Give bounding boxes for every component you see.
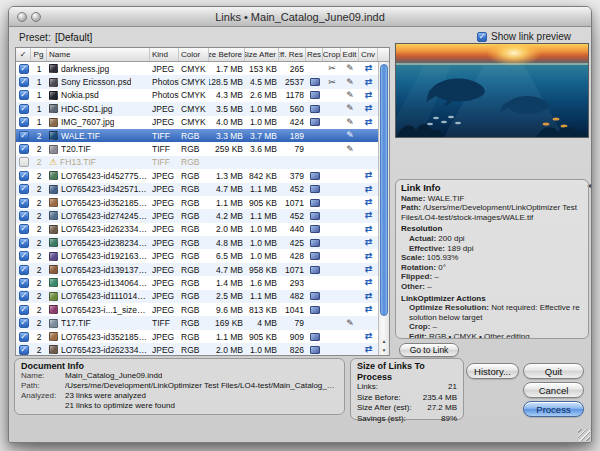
row-checkbox[interactable] [19, 238, 29, 248]
row-checkbox[interactable] [19, 291, 29, 301]
table-row[interactable]: 2LO765423-id262334.jpgJPEGRGB2.0 MB1.0 M… [16, 343, 378, 356]
row-name-cell: darkness.jpg [47, 62, 150, 75]
go-to-link-button[interactable]: Go to Link [399, 343, 459, 357]
row-size-after: 1.0 MB [245, 343, 279, 356]
row-checkbox[interactable] [19, 211, 29, 221]
row-res-action-cell [306, 116, 323, 129]
table-row[interactable]: 2LO765423-id3521851.jpgJPEGRGB1.1 MB905 … [16, 196, 378, 209]
row-crop-action-cell [323, 102, 341, 115]
table-row[interactable]: 2T17.TIFTIFFRGB169 KB4 MB79✎ [16, 316, 378, 329]
column-header-check[interactable]: ✓ [16, 48, 31, 61]
table-row[interactable]: 2LO765423-i...1_size4.jpgJPEGRGB9.6 MB81… [16, 303, 378, 316]
row-res-action-cell [306, 75, 323, 88]
table-row[interactable]: 1darkness.jpgJPEGCMYK1.7 MB153 KB265✂✎⇄ [16, 62, 378, 75]
preset-menu[interactable]: [Default] [55, 32, 92, 43]
row-effective-resolution: 452 [279, 209, 306, 222]
row-color-space: RGB [179, 196, 209, 209]
scroll-down-button[interactable]: ▼ [379, 346, 389, 355]
row-page-number: 1 [31, 75, 47, 88]
column-header-color[interactable]: Color [179, 48, 209, 61]
row-checkbox[interactable] [19, 171, 29, 181]
table-row[interactable]: 2⚠FH13.TIFTIFFRGB [16, 156, 378, 169]
size-after-label: Size After (est): [357, 403, 412, 414]
row-size-before: 1.3 MB [209, 169, 245, 182]
row-checkbox[interactable] [19, 157, 29, 167]
row-size-before: 169 KB [209, 316, 245, 329]
row-checkbox-cell [16, 209, 31, 222]
resize-grip[interactable] [578, 429, 590, 441]
row-kind: Photoshop [150, 89, 179, 102]
row-checkbox[interactable] [19, 265, 29, 275]
row-checkbox[interactable] [19, 345, 29, 355]
table-row[interactable]: 1IMG_7607.jpgJPEGCMYK4.0 MB1.0 MB424✎⇄ [16, 116, 378, 129]
scroll-up-button[interactable]: ▲ [379, 337, 389, 346]
row-checkbox[interactable] [19, 305, 29, 315]
column-header-crop[interactable]: Crop [323, 48, 341, 61]
row-kind: TIFF [150, 316, 179, 329]
column-header-res[interactable]: Res [306, 48, 323, 61]
row-checkbox[interactable] [19, 90, 29, 100]
table-row[interactable]: 2LO765423-id238234.jpgJPEGRGB4.8 MB1.0 M… [16, 236, 378, 249]
table-row[interactable]: 2LO765423-id3521851.jpgJPEGRGB1.1 MB905 … [16, 330, 378, 343]
row-checkbox[interactable] [19, 77, 29, 87]
row-checkbox[interactable] [19, 278, 29, 288]
resample-icon [310, 212, 320, 220]
table-row[interactable]: 1Nokia.psdPhotoshopCMYK4.3 MB2.6 MB1178✎… [16, 89, 378, 102]
row-checkbox[interactable] [19, 117, 29, 127]
column-header-kind[interactable]: Kind [150, 48, 179, 61]
table-row[interactable]: 2LO765423-id262334.jpgJPEGRGB2.0 MB1.0 M… [16, 223, 378, 236]
table-row[interactable]: 1HDC-SD1.jpgJPEGCMYK3.5 MB1.0 MB560✎⇄ [16, 102, 378, 115]
table-row[interactable]: 2LO765423-id4527751.jpgJPEGRGB1.3 MB842 … [16, 169, 378, 182]
row-checkbox-cell [16, 290, 31, 303]
row-name-cell: WALE.TIF [47, 129, 150, 142]
row-checkbox[interactable] [19, 251, 29, 261]
row-checkbox[interactable] [19, 224, 29, 234]
row-checkbox[interactable] [19, 104, 29, 114]
row-checkbox-cell [16, 102, 31, 115]
column-header-page[interactable]: Pg [31, 48, 47, 61]
table-row[interactable]: 2WALE.TIFTIFFRGB3.3 MB3.7 MB189✎ [16, 129, 378, 142]
row-edit-action-cell [341, 183, 359, 196]
column-header-name[interactable]: Name [47, 48, 150, 61]
table-scrollbar[interactable]: ▲ ▼ [378, 62, 389, 355]
show-link-preview-checkbox[interactable] [477, 32, 487, 42]
row-checkbox[interactable] [19, 144, 29, 154]
table-row[interactable]: 2LO765423-id1340645.jpgJPEGRGB1.4 MB1.6 … [16, 276, 378, 289]
table-row[interactable]: 2LO765423-id3425711.jpgJPEGRGB4.7 MB1.1 … [16, 183, 378, 196]
column-header-size-after[interactable]: Size After [245, 48, 279, 61]
table-row[interactable]: 2T20.TIFTIFFRGB259 KB3.6 MB79✎ [16, 142, 378, 155]
file-thumbnail-icon [49, 292, 58, 301]
row-checkbox[interactable] [19, 131, 29, 141]
show-link-preview[interactable]: Show link preview [477, 31, 571, 42]
row-checkbox[interactable] [19, 64, 29, 74]
table-row[interactable]: 1Sony Ericsson.psdPhotoshopCMYK128.5 MB4… [16, 75, 378, 88]
row-size-before: 9.6 MB [209, 303, 245, 316]
row-checkbox[interactable] [19, 198, 29, 208]
row-effective-resolution: 379 [279, 169, 306, 182]
cancel-button[interactable]: Cancel [523, 382, 584, 398]
row-file-name: Nokia.psd [61, 90, 99, 100]
row-size-after: 1.1 MB [245, 290, 279, 303]
process-button[interactable]: Process [523, 401, 584, 417]
title-bar[interactable]: Links • Main_Catalog_June09.indd [9, 7, 591, 27]
scrollbar-thumb[interactable] [380, 64, 388, 316]
row-effective-resolution: 482 [279, 290, 306, 303]
table-row[interactable]: 2LO765423-id11101401.jpgJPEGRGB2.5 MB1.1… [16, 290, 378, 303]
doc-found-value: 21 links to optimize were found [65, 401, 175, 411]
column-header-eff-res[interactable]: Eff. Res [279, 48, 306, 61]
column-header-edit[interactable]: Edit [341, 48, 359, 61]
row-name-cell: LO765423-id2742451.jpg [47, 209, 150, 222]
table-row[interactable]: 2LO765423-id2742451.jpgJPEGRGB4.2 MB1.1 … [16, 209, 378, 222]
row-effective-resolution: 452 [279, 183, 306, 196]
column-header-cnv[interactable]: Cnv [359, 48, 378, 61]
table-row[interactable]: 2LO765423-id19216341.jpgJPEGRGB6.5 MB1.0… [16, 249, 378, 262]
quit-button[interactable]: Quit [523, 363, 584, 379]
row-file-name: T20.TIF [61, 144, 91, 154]
row-checkbox[interactable] [19, 184, 29, 194]
row-page-number: 1 [31, 102, 47, 115]
table-row[interactable]: 2LO765423-id13913701.jpgJPEGRGB4.7 MB958… [16, 263, 378, 276]
row-checkbox[interactable] [19, 318, 29, 328]
column-header-size-before[interactable]: Size Before [209, 48, 245, 61]
history-button[interactable]: History... [466, 363, 519, 379]
row-checkbox[interactable] [19, 332, 29, 342]
